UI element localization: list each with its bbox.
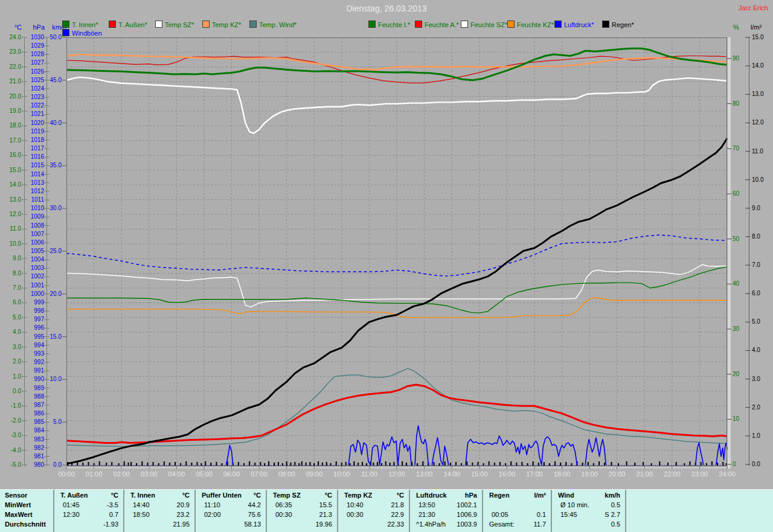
celsius-tick-label: 12.0 [4, 211, 21, 217]
sensor-name: Wind [558, 492, 574, 499]
hpa-tick-label: 995 [27, 333, 44, 340]
hpa-tick-label: 1030 [27, 34, 44, 40]
time-tick-label: 01:00 [81, 470, 107, 478]
lm2-tick-label: 2.0 [752, 404, 760, 411]
percent-tick-label: 40 [733, 280, 739, 287]
sensor-name: T. Innen [130, 492, 155, 499]
time-tick-label: 00:00 [53, 470, 80, 478]
min-time: 14:40 [133, 501, 150, 508]
percent-tick-label: 20 [733, 371, 739, 377]
chart-plot[interactable] [0, 0, 773, 489]
kmh-tick-label: 40.0 [46, 120, 62, 126]
kmh-tick-label: 50.0 [46, 34, 62, 40]
kmh-tick-label: 15.0 [46, 333, 62, 340]
time-tick-label: 03:00 [136, 470, 162, 478]
hpa-tick-label: 988 [27, 393, 44, 400]
hpa-tick-label: 1016 [27, 153, 44, 160]
min-value: 21.8 [391, 501, 404, 508]
hpa-tick-label: 1022 [27, 102, 44, 109]
celsius-tick-label: 16.0 [4, 152, 21, 158]
hpa-tick-label: 1021 [27, 111, 44, 117]
max-value: 21.3 [319, 511, 332, 518]
percent-tick-label: 10 [733, 415, 739, 422]
sensor-unit: hPa [465, 492, 477, 499]
max-value: 0.1 [537, 511, 546, 518]
min-value: 15.5 [319, 501, 332, 508]
celsius-tick-label: 19.0 [4, 107, 21, 114]
max-time: 00:30 [275, 511, 292, 518]
sensor-name: Temp KZ [344, 492, 372, 499]
hpa-tick-label: 1009 [27, 213, 44, 220]
time-tick-label: 17:00 [521, 470, 548, 478]
max-time: 21:30 [419, 511, 435, 518]
celsius-tick-label: 7.0 [4, 284, 21, 291]
celsius-tick-label: 22.0 [4, 63, 21, 70]
table-column-t-innen: T. Innen°C14:4020.918:5023.221.95 [123, 490, 194, 532]
kmh-tick-label: 35.0 [46, 162, 62, 168]
table-column-temp-sz: Temp SZ°C06:3515.500:3021.319.96 [266, 490, 337, 532]
celsius-tick-label: 11.0 [4, 225, 21, 232]
celsius-tick-label: 9.0 [4, 255, 21, 261]
celsius-tick-label: 1.0 [4, 373, 21, 380]
hpa-tick-label: 1005 [27, 248, 44, 254]
hpa-tick-label: 999 [27, 299, 44, 306]
avg-value: 22.33 [387, 521, 404, 528]
min-time: 13:50 [419, 501, 435, 508]
table-column-temp-kz: Temp KZ°C10:4021.800:3022.922.33 [337, 490, 409, 532]
celsius-tick-label: 2.0 [4, 358, 21, 365]
avg-label: Gesamt: [489, 521, 515, 528]
max-time: 15:45 [560, 511, 577, 518]
celsius-tick-label: 0.0 [4, 388, 21, 394]
sensor-name: T. Außen [60, 492, 88, 499]
hpa-tick-label: 1002 [27, 273, 44, 280]
table-row-label: MaxWert [5, 511, 33, 518]
hpa-tick-label: 980 [27, 461, 44, 468]
kmh-tick-label: 20.0 [46, 290, 62, 297]
celsius-tick-label: 21.0 [4, 78, 21, 85]
min-time: 01:45 [63, 501, 80, 508]
hpa-tick-label: 998 [27, 307, 44, 314]
hpa-tick-label: 1008 [27, 222, 44, 229]
lm2-tick-label: 12.0 [752, 119, 763, 126]
min-value: 0.5 [611, 501, 620, 508]
avg-value: 58.13 [244, 521, 261, 528]
celsius-tick-label: 5.0 [4, 314, 21, 321]
celsius-tick-label: 15.0 [4, 167, 21, 173]
time-tick-label: 23:00 [686, 470, 713, 478]
hpa-tick-label: 1006 [27, 239, 44, 246]
sensor-unit: km/h [605, 492, 620, 499]
celsius-tick-label: 13.0 [4, 196, 21, 203]
hpa-tick-label: 982 [27, 444, 44, 451]
hpa-tick-label: 1019 [27, 128, 44, 135]
time-tick-label: 22:00 [659, 470, 685, 478]
lm2-tick-label: 15.0 [752, 34, 763, 40]
sensor-name: Puffer Unten [202, 492, 242, 499]
lm2-tick-label: 10.0 [752, 176, 763, 183]
celsius-tick-label: 6.0 [4, 299, 21, 306]
hpa-tick-label: 1029 [27, 42, 44, 49]
sensor-unit: °C [397, 492, 404, 499]
table-column-empty [625, 490, 632, 532]
avg-value: -1.93 [103, 521, 118, 528]
celsius-tick-label: -4.0 [4, 447, 21, 453]
hpa-tick-label: 994 [27, 342, 44, 348]
percent-tick-label: 80 [733, 100, 739, 107]
lm2-tick-label: 0.0 [752, 461, 760, 467]
min-time: 11:10 [204, 501, 220, 508]
max-value: 23.2 [177, 511, 190, 518]
avg-value: 1003.9 [457, 521, 477, 528]
hpa-tick-label: 997 [27, 316, 44, 322]
hpa-tick-label: 1024 [27, 85, 44, 92]
max-value: 1006.9 [457, 511, 477, 518]
celsius-tick-label: -2.0 [4, 417, 21, 424]
time-tick-label: 02:00 [108, 470, 135, 478]
hpa-tick-label: 1011 [27, 196, 44, 203]
min-time: 10:40 [347, 501, 364, 508]
hpa-tick-label: 996 [27, 324, 44, 331]
hpa-tick-label: 984 [27, 427, 44, 434]
lm2-tick-label: 14.0 [752, 62, 763, 69]
celsius-tick-label: 4.0 [4, 328, 21, 335]
max-value: S 2.7 [605, 511, 620, 518]
celsius-tick-label: 8.0 [4, 270, 21, 277]
time-tick-label: 19:00 [576, 470, 603, 478]
